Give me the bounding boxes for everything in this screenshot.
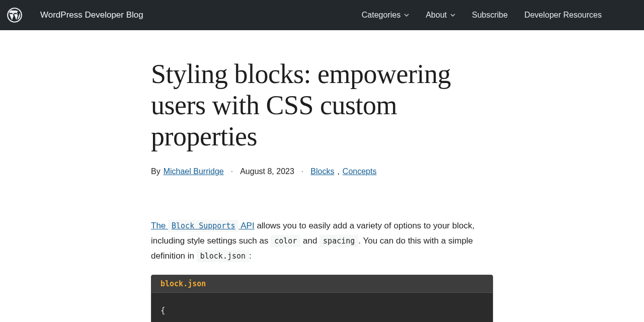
author-link[interactable]: Michael Burridge — [164, 167, 224, 176]
code-block-filename: block.json — [151, 275, 493, 293]
post-main: Styling blocks: empowering users with CS… — [151, 30, 493, 322]
meta-separator: · — [231, 167, 233, 176]
wordpress-logo-icon[interactable] — [7, 8, 22, 23]
byline-prefix: By — [151, 167, 160, 176]
post-date: August 8, 2023 — [240, 167, 294, 176]
intro-paragraph: The Block Supports API allows you to eas… — [151, 218, 493, 263]
meta-separator: · — [301, 167, 303, 176]
nav-label: Categories — [362, 11, 400, 20]
block-supports-api-link[interactable]: The Block Supports API — [151, 221, 255, 230]
category-link-concepts[interactable]: Concepts — [343, 167, 377, 176]
code-block: block.json { . . "supports": { "color": … — [151, 275, 493, 322]
top-bar: WordPress Developer Blog Categories Abou… — [0, 0, 644, 30]
nav-dev-resources[interactable]: Developer Resources — [524, 11, 602, 20]
category-link-blocks[interactable]: Blocks — [310, 167, 334, 176]
inline-code: color — [271, 235, 300, 247]
header-left: WordPress Developer Blog — [7, 8, 143, 23]
inline-code: spacing — [319, 235, 358, 247]
nav-label: About — [426, 11, 447, 20]
code-block-body: { . . "supports": { "color": {}, — [151, 293, 493, 322]
post-meta: By Michael Burridge · August 8, 2023 · B… — [151, 167, 493, 176]
nav-label: Developer Resources — [524, 11, 602, 20]
inline-code: Block Supports — [168, 220, 238, 232]
primary-nav: Categories About Subscribe Developer Res… — [362, 11, 637, 20]
inline-code: block.json — [197, 250, 249, 262]
chevron-down-icon — [450, 13, 455, 18]
post-title: Styling blocks: empowering users with CS… — [151, 58, 493, 152]
nav-about[interactable]: About — [426, 11, 455, 20]
comma: , — [337, 167, 339, 176]
site-title[interactable]: WordPress Developer Blog — [40, 10, 143, 20]
nav-subscribe[interactable]: Subscribe — [472, 11, 508, 20]
nav-categories[interactable]: Categories — [362, 11, 409, 20]
nav-label: Subscribe — [472, 11, 508, 20]
chevron-down-icon — [404, 13, 409, 18]
